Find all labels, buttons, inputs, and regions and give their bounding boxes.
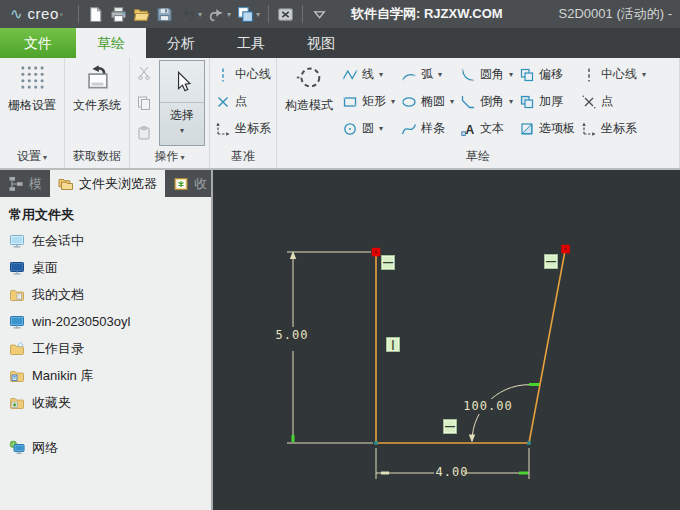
ribbon-button-label: 椭圆 — [421, 93, 445, 110]
print-button[interactable] — [107, 4, 130, 25]
folder-item-monitor-computer[interactable]: win-20230503oyl — [0, 308, 211, 335]
redo-button[interactable]: ▾ — [205, 4, 234, 25]
folder-item-network[interactable]: 网络 — [0, 434, 211, 461]
ribbon-button-栅格设置[interactable]: 栅格设置 — [2, 59, 62, 148]
ribbon-group-label-设置[interactable]: 设置▾ — [2, 148, 62, 168]
horizontal-constraint[interactable]: — — [381, 255, 395, 270]
ribbon-button-点[interactable]: 点 — [578, 88, 649, 115]
ribbon-button-点[interactable]: 点 — [212, 88, 274, 115]
height-dimension[interactable]: 5.00 — [269, 328, 315, 343]
folder-item-label: 工作目录 — [32, 340, 84, 358]
csys-icon — [215, 121, 231, 137]
ribbon-button-文本[interactable]: A文本 — [457, 115, 516, 142]
horizontal-constraint[interactable]: — — [443, 419, 457, 434]
folder-item-folder-library[interactable]: Manikin 库 — [0, 362, 211, 389]
panel-tab-model-tree[interactable]: 模 — [0, 170, 50, 197]
undo-button[interactable]: ▾ — [176, 4, 205, 25]
ribbon-button-矩形[interactable]: 矩形▾ — [339, 88, 398, 115]
dropdown-arrow-icon[interactable]: ▾ — [43, 153, 47, 162]
window-switch-button[interactable]: ▾ — [234, 4, 263, 25]
folder-documents-icon — [9, 287, 25, 303]
ribbon-button-paste[interactable] — [136, 125, 152, 144]
dropdown-arrow-icon[interactable]: ▾ — [379, 70, 383, 79]
ribbon-button-label: 文件系统 — [73, 99, 121, 112]
dropdown-arrow-icon[interactable]: ▾ — [198, 10, 202, 19]
open-button[interactable] — [130, 4, 153, 25]
folder-item-label: 网络 — [32, 439, 58, 457]
dropdown-arrow-icon[interactable]: ▾ — [509, 70, 513, 79]
menu-tab-视图[interactable]: 视图 — [286, 28, 356, 58]
ribbon-button-弧[interactable]: 弧▾ — [398, 61, 457, 88]
creo-wave-icon: ∿ — [10, 5, 23, 23]
folder-item-label: Manikin 库 — [32, 367, 93, 385]
menu-tab-文件[interactable]: 文件 — [0, 28, 76, 58]
vertical-constraint[interactable]: | — [386, 337, 400, 352]
menu-tab-草绘[interactable]: 草绘 — [76, 28, 146, 58]
panel-tab-folder-browser[interactable]: 文件夹浏览器 — [50, 170, 165, 197]
panel-tab-favorites[interactable]: 收 — [165, 170, 211, 197]
new-file-button[interactable] — [84, 4, 107, 25]
toolbar-options-button[interactable] — [308, 4, 331, 25]
open-icon — [133, 6, 150, 23]
dropdown-arrow-icon[interactable]: ▾ — [180, 153, 184, 162]
dropdown-arrow-icon[interactable]: ▾ — [438, 70, 442, 79]
dropdown-arrow-icon[interactable]: ▾ — [180, 124, 184, 138]
ribbon-button-圆[interactable]: 圆▾ — [339, 115, 398, 142]
ribbon-button-样条[interactable]: 样条 — [398, 115, 457, 142]
text-icon: A — [460, 121, 476, 137]
line-icon — [342, 67, 358, 83]
ribbon-button-label: 文本 — [480, 120, 504, 137]
ribbon-button-构造模式[interactable]: 构造模式 — [279, 59, 339, 148]
open-end-flag-dot — [565, 248, 567, 250]
ribbon-button-文件系统[interactable]: 文件系统 — [67, 59, 127, 148]
ribbon-button-中心线[interactable]: 中心线 — [212, 61, 274, 88]
ribbon-button-偏移[interactable]: 偏移 — [516, 61, 578, 88]
save-icon — [156, 6, 173, 23]
width-dimension[interactable]: 4.00 — [429, 465, 475, 480]
folder-item-monitor-desktop[interactable]: 桌面 — [0, 254, 211, 281]
ribbon-button-cut[interactable] — [136, 65, 152, 84]
sketch-vertex[interactable] — [374, 441, 378, 445]
ribbon-button-中心线[interactable]: 中心线▾ — [578, 61, 649, 88]
ribbon-button-坐标系[interactable]: 坐标系 — [212, 115, 274, 142]
creo-logo: ∿creo° — [10, 5, 63, 23]
ribbon-button-圆角[interactable]: 圆角▾ — [457, 61, 516, 88]
dropdown-arrow-icon[interactable]: ▾ — [391, 97, 395, 106]
dropdown-arrow-icon[interactable]: ▾ — [450, 97, 454, 106]
menu-tab-工具[interactable]: 工具 — [216, 28, 286, 58]
ribbon-button-椭圆[interactable]: 椭圆▾ — [398, 88, 457, 115]
folder-item-folder-working[interactable]: 工作目录 — [0, 335, 211, 362]
ribbon-button-选择[interactable]: 选择▾ — [159, 60, 205, 146]
ribbon-button-倒角[interactable]: 倒角▾ — [457, 88, 516, 115]
ribbon-button-label: 坐标系 — [601, 120, 637, 137]
ribbon: 栅格设置设置▾文件系统获取数据选择▾操作▾中心线点坐标系基准构造模式线▾矩形▾圆… — [0, 58, 680, 170]
dropdown-arrow-icon[interactable]: ▾ — [227, 10, 231, 19]
save-button[interactable] — [153, 4, 176, 25]
ribbon-button-坐标系[interactable]: 坐标系 — [578, 115, 649, 142]
folder-item-folder-documents[interactable]: 我的文档 — [0, 281, 211, 308]
svg-text:A: A — [465, 122, 474, 136]
ribbon-button-label: 圆 — [362, 120, 374, 137]
dropdown-arrow-icon[interactable]: ▾ — [256, 10, 260, 19]
dropdown-arrow-icon[interactable]: ▾ — [379, 124, 383, 133]
right-slanted-line[interactable] — [529, 251, 565, 443]
copy-icon — [136, 95, 152, 111]
ribbon-button-选项板[interactable]: 选项板 — [516, 115, 578, 142]
ribbon-button-copy[interactable] — [136, 95, 152, 114]
folder-browser-icon — [58, 176, 74, 192]
ribbon-button-加厚[interactable]: 加厚 — [516, 88, 578, 115]
menu-tab-分析[interactable]: 分析 — [146, 28, 216, 58]
cut-icon — [136, 65, 152, 81]
angle-dimension[interactable]: 100.00 — [456, 399, 520, 414]
ribbon-button-线[interactable]: 线▾ — [339, 61, 398, 88]
horizontal-constraint[interactable]: — — [544, 254, 558, 269]
fillet-icon — [460, 67, 476, 83]
sketch-vertex[interactable] — [527, 441, 531, 445]
folder-item-folder-favorites[interactable]: 收藏夹 — [0, 389, 211, 416]
dropdown-arrow-icon[interactable]: ▾ — [642, 70, 646, 79]
ribbon-group-label-操作[interactable]: 操作▾ — [132, 148, 207, 168]
folder-item-monitor-session[interactable]: 在会话中 — [0, 227, 211, 254]
close-window-button[interactable] — [274, 4, 297, 25]
dropdown-arrow-icon[interactable]: ▾ — [509, 97, 513, 106]
sketch-canvas[interactable]: 5.004.00100.00——|— — [213, 170, 680, 510]
